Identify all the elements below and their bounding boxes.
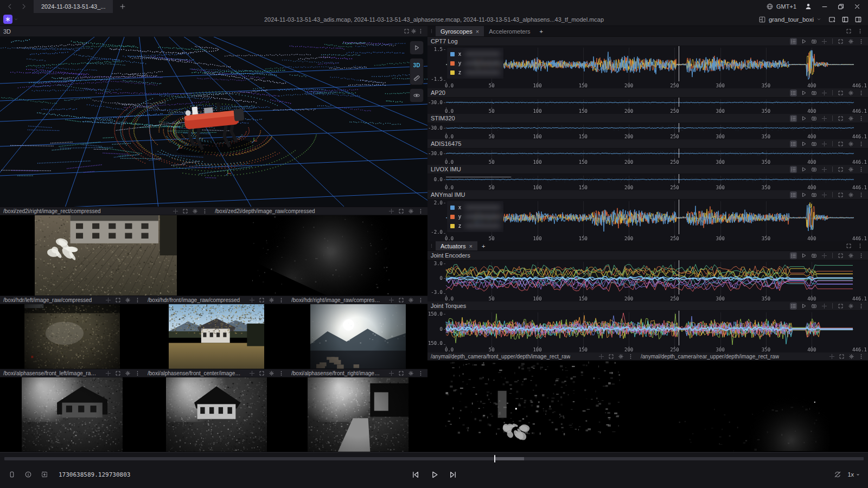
gear-icon[interactable] [847,252,854,259]
plot-legend[interactable]: x y z [447,48,503,79]
right-sidebar-toggle-icon[interactable] [854,15,863,24]
kebab-icon[interactable] [201,208,208,215]
legend-list-icon[interactable] [790,303,797,310]
legend-list-icon[interactable] [790,38,797,45]
camera-icon[interactable] [810,115,818,122]
fullscreen-icon[interactable] [838,353,845,360]
image-view[interactable] [0,215,212,296]
camera-icon[interactable] [810,140,818,147]
tab-close-icon[interactable]: × [469,243,472,249]
crosshair-icon[interactable] [598,353,605,360]
legend-row[interactable]: x [450,203,500,212]
legend-row[interactable]: z [450,68,500,77]
legend-list-icon[interactable] [790,252,797,259]
kebab-icon[interactable] [134,297,141,304]
publish-pointer-button[interactable] [410,41,423,54]
play-outline-icon[interactable] [800,166,807,173]
info-icon[interactable] [24,470,33,479]
play-outline-icon[interactable] [800,115,807,122]
tab-accelerometers[interactable]: Accelerometers [484,26,535,36]
current-timestamp[interactable]: 1730638589.129730803 [59,471,130,478]
legend-list-icon[interactable] [790,89,797,97]
kebab-icon[interactable] [417,208,424,215]
crosshair-icon[interactable] [821,89,828,97]
fullscreen-icon[interactable] [837,303,844,310]
fullscreen-icon[interactable] [837,166,844,173]
legend-row[interactable]: y [450,212,500,221]
fullscreen-icon[interactable] [837,38,844,45]
kebab-icon[interactable] [858,89,865,97]
history-forward-icon[interactable] [20,2,28,11]
legend-row[interactable]: z [450,221,500,230]
gear-icon[interactable] [407,208,414,215]
plot-area[interactable]: x y z [427,46,868,88]
image-view[interactable] [212,215,427,296]
plot-header[interactable]: ADIS16475 [427,139,868,149]
kebab-icon[interactable] [857,242,864,249]
image-panel-header[interactable]: /boxi/hdr/right/image_raw/compressed [288,296,427,304]
gear-icon[interactable] [407,370,414,377]
play-outline-icon[interactable] [800,191,807,198]
image-view[interactable] [288,304,427,369]
legend-list-icon[interactable] [790,115,797,122]
crosshair-icon[interactable] [821,166,828,173]
gear-icon[interactable] [407,297,414,304]
gear-icon[interactable] [848,353,855,360]
app-tab[interactable]: 2024-11-03-13-51-43_... [34,0,113,13]
fullscreen-icon[interactable] [114,370,122,377]
gear-icon[interactable] [847,38,854,45]
fullscreen-icon[interactable] [258,370,265,377]
timeline-scrubber[interactable] [4,457,864,460]
image-view[interactable] [288,377,427,452]
kebab-icon[interactable] [858,38,865,45]
play-outline-icon[interactable] [800,303,807,310]
close-window-icon[interactable] [853,2,861,11]
plot-area[interactable]: x y z [427,200,868,241]
gear-icon[interactable] [124,370,131,377]
camera-icon[interactable] [810,89,818,97]
crosshair-icon[interactable] [821,303,828,310]
kebab-icon[interactable] [627,353,634,360]
user-avatar-icon[interactable] [804,2,813,11]
gear-icon[interactable] [847,89,854,97]
gear-icon[interactable] [124,297,131,304]
kebab-icon[interactable] [857,28,864,35]
skip-to-start-icon[interactable] [410,470,420,480]
playback-speed-select[interactable]: 1x [847,471,860,478]
camera-icon[interactable] [810,38,818,45]
image-view[interactable] [427,361,637,452]
fullscreen-icon[interactable] [403,28,410,35]
tag-icon[interactable] [8,470,16,479]
plot-header[interactable]: CPT7 Log [427,37,868,46]
play-icon[interactable] [429,470,439,480]
new-tab-icon[interactable] [118,2,127,11]
panel-3d-viewport[interactable]: 3D [0,37,427,207]
play-outline-icon[interactable] [800,38,807,45]
fullscreen-icon[interactable] [608,353,615,360]
restore-window-icon[interactable] [837,2,845,11]
tab-gyroscopes[interactable]: Gyroscopes × [436,26,484,36]
image-view[interactable] [144,304,288,369]
minimize-window-icon[interactable] [820,2,829,11]
plot-header[interactable]: LIVOX IMU [427,165,868,174]
tabbar-grip-icon[interactable] [427,241,436,251]
camera-icon[interactable] [810,191,818,198]
fullscreen-icon[interactable] [845,28,852,35]
tabbar-grip-icon[interactable] [427,26,436,36]
plot-area[interactable] [427,311,868,352]
skip-to-end-icon[interactable] [448,470,458,480]
fullscreen-icon[interactable] [837,252,844,259]
layout-picker[interactable]: grand_tour_boxi [756,15,824,24]
tab-actuators[interactable]: Actuators × [436,241,477,251]
legend-row[interactable]: x [450,49,500,59]
crosshair-icon[interactable] [821,140,828,147]
tab-close-icon[interactable]: × [476,28,479,35]
legend-list-icon[interactable] [790,166,797,173]
add-panel-icon[interactable] [828,15,837,24]
fullscreen-icon[interactable] [182,208,189,215]
fullscreen-icon[interactable] [398,208,405,215]
camera-icon[interactable] [810,252,818,259]
image-panel-header[interactable]: /boxi/alphasense/front_right/image_raw/c… [288,369,427,377]
crosshair-icon[interactable] [248,297,256,304]
repeat-off-icon[interactable] [833,470,842,479]
